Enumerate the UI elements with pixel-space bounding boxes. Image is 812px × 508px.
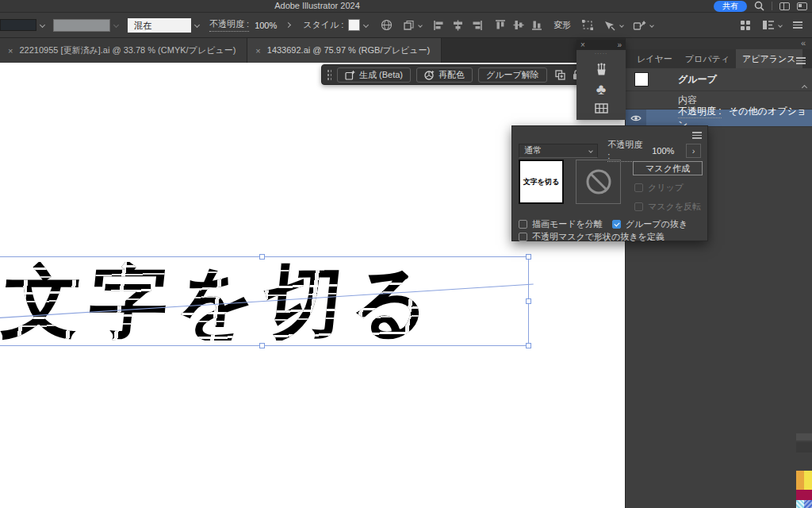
brush-mixed-dropdown[interactable]: 混在 <box>128 18 199 33</box>
swatch-orange[interactable] <box>796 471 804 490</box>
selection-handle-top-mid[interactable] <box>259 254 265 260</box>
knockout-group-label: グループの抜き <box>626 218 688 230</box>
titlebar: Adobe Illustrator 2024 共有 <box>0 0 812 12</box>
right-dock: « レイヤー プロパティ アピアランス グループ 内容 不透明度 : その他のオ… <box>625 38 812 508</box>
selection-handle-bottom-right[interactable] <box>526 343 531 348</box>
opacity-row-label[interactable]: 不透明度 : <box>678 106 722 118</box>
options-bar: 混在 不透明度 : 100% スタイル : 変形 <box>0 12 812 38</box>
selection-handle-mid-right[interactable] <box>526 298 531 304</box>
group-swatch-icon <box>634 72 649 87</box>
tab-layers[interactable]: レイヤー <box>630 49 679 68</box>
clip-checkbox[interactable] <box>634 183 643 192</box>
select-similar-dropdown[interactable] <box>603 20 623 31</box>
align-top-icon[interactable] <box>495 19 506 31</box>
selection-handle-bottom-mid[interactable] <box>259 343 265 348</box>
opacity-mask-defines-label: 不透明マスクで形状の抜きを定義 <box>532 231 665 243</box>
style-label: スタイル : <box>303 19 343 31</box>
swatch-blue-pattern[interactable] <box>804 500 812 508</box>
visibility-eye-icon[interactable] <box>626 110 646 126</box>
share-button[interactable]: 共有 <box>714 1 747 12</box>
appearance-row-group[interactable]: グループ <box>626 68 812 91</box>
search-icon[interactable] <box>754 1 764 11</box>
app-title: Adobe Illustrator 2024 <box>254 1 381 10</box>
ungroup-button[interactable]: グループ解除 <box>478 67 547 83</box>
artwork-text: 文字を切る <box>0 262 443 341</box>
swatch-cyan-pattern[interactable] <box>796 500 804 508</box>
collapse-dock-icon[interactable]: « <box>801 38 806 48</box>
context-taskbar: 生成 (Beta) 再配色 グループ解除 <box>321 64 589 85</box>
dock-bottom-dividers <box>796 433 812 452</box>
fill-swatch-icon <box>0 19 36 31</box>
align-center-vertical-icon[interactable] <box>513 19 524 31</box>
document-tab-label: 1433692.ai @ 75.97 % (RGB/プレビュー) <box>267 44 430 56</box>
clip-checkbox-row[interactable]: クリップ <box>634 182 684 194</box>
recolor-button[interactable]: 再配色 <box>416 67 473 83</box>
quick-actions-dropdown[interactable] <box>633 20 653 31</box>
swatch-libraries-icon[interactable] <box>595 103 608 114</box>
opacity-value[interactable]: 100% <box>255 21 285 30</box>
appearance-row-opacity[interactable]: 不透明度 : その他のオプション <box>626 110 812 127</box>
workspace-icon[interactable] <box>797 2 807 10</box>
stroke-color-dropdown[interactable] <box>53 19 118 32</box>
brushes-panel-icon[interactable] <box>595 63 608 76</box>
document-tab-label: 22210955 [更新済み].ai @ 33.78 % (CMYK/プレビュー… <box>19 44 236 56</box>
mask-thumbnail-empty[interactable] <box>576 160 621 204</box>
document-setup-icon[interactable] <box>381 19 393 31</box>
isolate-blending-row[interactable]: 描画モードを分離 <box>519 218 603 230</box>
popup-opacity-value[interactable]: 100% <box>652 146 683 156</box>
artboard-tool-dropdown[interactable] <box>403 20 422 31</box>
apps-grid-icon[interactable] <box>740 20 751 31</box>
arrange-documents-dropdown[interactable] <box>762 20 782 30</box>
selection-handle-top-right[interactable] <box>526 254 531 260</box>
symbols-panel-icon[interactable]: ♣ <box>596 83 606 96</box>
align-right-icon[interactable] <box>471 20 483 31</box>
object-thumbnail[interactable]: 文字を切る <box>519 160 564 204</box>
align-bottom-icon[interactable] <box>531 19 542 31</box>
group-label: グループ <box>678 73 717 87</box>
make-mask-button[interactable]: マスク作成 <box>633 161 703 175</box>
isolate-blending-checkbox[interactable] <box>519 220 527 229</box>
document-tab-2[interactable]: × 1433692.ai @ 75.97 % (RGB/プレビュー) <box>247 38 442 63</box>
opacity-mask-defines-row[interactable]: 不透明マスクで形状の抜きを定義 <box>519 231 665 243</box>
floating-icon-panel: × » ····· ♣ <box>576 40 626 120</box>
invert-mask-checkbox[interactable] <box>634 202 643 211</box>
duplicate-icon[interactable] <box>554 69 566 81</box>
swatches-peek <box>796 471 812 508</box>
panel-grip-dots[interactable]: ····· <box>595 52 608 56</box>
style-dropdown[interactable] <box>348 19 368 31</box>
popup-opacity-expand-icon[interactable]: › <box>686 144 701 158</box>
generate-beta-button[interactable]: 生成 (Beta) <box>337 67 411 83</box>
align-left-icon[interactable] <box>433 20 445 31</box>
swatch-crimson[interactable] <box>796 490 812 500</box>
close-panel-icon[interactable]: × <box>580 40 585 49</box>
tab-properties[interactable]: プロパティ <box>679 49 736 68</box>
panel-tabstrip: レイヤー プロパティ アピアランス <box>626 49 812 68</box>
workspace-menu-icon[interactable] <box>793 20 802 30</box>
opacity-mask-defines-checkbox[interactable] <box>519 233 527 241</box>
opacity-label[interactable]: 不透明度 : <box>209 18 249 32</box>
expand-panel-icon[interactable]: » <box>617 40 622 49</box>
panels-layout-icon[interactable] <box>779 2 790 10</box>
bounding-box-icon[interactable] <box>581 19 594 31</box>
panel-menu-icon[interactable] <box>796 56 806 66</box>
selection-bottom-edge <box>0 345 530 346</box>
document-tab-1[interactable]: × 22210955 [更新済み].ai @ 33.78 % (CMYK/プレビ… <box>0 38 247 63</box>
transform-label[interactable]: 変形 <box>553 19 571 31</box>
swatch-yellow[interactable] <box>804 471 812 490</box>
blend-mode-value: 通常 <box>524 144 542 156</box>
opacity-expand-icon[interactable] <box>285 22 291 28</box>
tab-appearance[interactable]: アピアランス <box>736 49 802 68</box>
blend-mode-select[interactable]: 通常 <box>519 144 598 158</box>
knockout-group-row[interactable]: グループの抜き <box>612 218 688 230</box>
close-tab-icon[interactable]: × <box>255 46 260 56</box>
close-tab-icon[interactable]: × <box>8 46 13 56</box>
invert-mask-checkbox-row[interactable]: マスクを反転 <box>634 201 701 213</box>
align-center-horizontal-icon[interactable] <box>452 20 464 31</box>
floating-panel-header[interactable]: × » <box>576 40 626 50</box>
taskbar-drag-handle[interactable] <box>327 69 331 80</box>
fill-color-dropdown[interactable] <box>0 19 44 31</box>
document-tabbar: × 22210955 [更新済み].ai @ 33.78 % (CMYK/プレビ… <box>0 38 625 63</box>
popup-opacity-label[interactable]: 不透明度 : <box>607 139 646 162</box>
stroke-swatch-icon <box>53 19 110 32</box>
knockout-group-checkbox[interactable] <box>612 220 621 229</box>
